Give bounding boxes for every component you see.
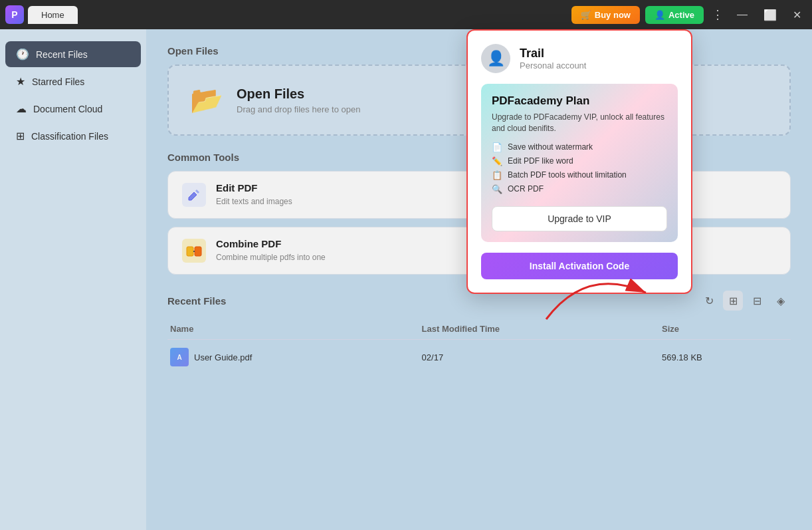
plan-title: PDFacademy Plan — [492, 94, 667, 108]
file-modified: 02/17 — [419, 340, 659, 375]
account-header: 👤 Trail Personal account — [481, 44, 678, 73]
files-table: Name Last Modified Time Size A User Guid… — [167, 319, 791, 374]
home-tab[interactable]: Home — [28, 6, 78, 24]
open-files-text: Open Files Drag and drop files here to o… — [237, 86, 360, 114]
file-size: 569.18 KB — [659, 340, 791, 375]
file-name: User Guide.pdf — [194, 352, 252, 362]
more-options-icon[interactable]: ⋮ — [709, 7, 726, 22]
sidebar-label-recent: Recent Files — [36, 49, 88, 60]
sidebar-item-document-cloud[interactable]: ☁ Document Cloud — [5, 96, 141, 122]
maximize-button[interactable]: ⬜ — [758, 6, 782, 24]
combine-pdf-title: Combine PDF — [216, 238, 326, 249]
svg-rect-6 — [195, 247, 201, 256]
clock-icon: 🕐 — [16, 48, 29, 61]
install-activation-button[interactable]: Install Activation Code — [481, 253, 678, 279]
close-button[interactable]: ✕ — [787, 6, 807, 24]
refresh-button[interactable]: ↻ — [699, 291, 719, 311]
user-name: Trail — [520, 47, 586, 61]
person-icon: 👤 — [655, 10, 665, 20]
active-button[interactable]: 👤 Active — [645, 6, 704, 24]
upgrade-vip-button[interactable]: Upgrade to VIP — [492, 206, 667, 231]
plan-card: PDFacademy Plan Upgrade to PDFacademy VI… — [481, 84, 678, 242]
avatar: 👤 — [481, 44, 510, 73]
app-icon: P — [5, 5, 24, 24]
svg-rect-5 — [187, 247, 193, 256]
titlebar-right: 🛒 Buy now 👤 Active ⋮ — ⬜ ✕ — [571, 6, 807, 24]
tool-card-edit-pdf[interactable]: Edit PDF Edit texts and images — [167, 171, 475, 219]
cloud-icon: ☁ — [16, 102, 27, 115]
edit-pdf-icon — [181, 182, 207, 207]
plan-desc: Upgrade to PDFacademy VIP, unlock all fe… — [492, 112, 667, 134]
open-files-desc: Drag and drop files here to open — [237, 104, 360, 114]
ocr-icon: 🔍 — [492, 184, 502, 194]
account-popup: 👤 Trail Personal account PDFacademy Plan… — [466, 29, 692, 294]
sidebar-label-starred: Starred Files — [32, 76, 84, 87]
star-icon: ★ — [16, 75, 25, 88]
view-controls: ↻ ⊞ ⊟ ◈ — [699, 291, 791, 311]
sidebar-label-cloud: Document Cloud — [33, 104, 102, 114]
feature-3: 📋 Batch PDF tools without limitation — [492, 170, 667, 180]
sidebar-label-classification: Classification Files — [31, 131, 108, 142]
edit-pdf-title: Edit PDF — [216, 182, 292, 194]
col-size: Size — [659, 319, 791, 340]
filter-button[interactable]: ◈ — [771, 291, 791, 311]
cart-icon: 🛒 — [581, 10, 591, 20]
files-table-body: A User Guide.pdf 02/17 569.18 KB — [167, 340, 791, 375]
grid-view-button[interactable]: ⊟ — [747, 291, 767, 311]
buy-now-button[interactable]: 🛒 Buy now — [571, 6, 640, 24]
feature-4: 🔍 OCR PDF — [492, 184, 667, 194]
sidebar-item-classification-files[interactable]: ⊞ Classification Files — [5, 123, 141, 149]
watermark-icon: 📄 — [492, 142, 502, 152]
grid-icon: ⊞ — [16, 130, 25, 142]
recent-files-title: Recent Files — [167, 295, 699, 307]
batch-icon: 📋 — [492, 170, 502, 180]
file-name-cell: A User Guide.pdf — [167, 340, 419, 375]
open-files-title: Open Files — [237, 86, 360, 102]
edit-pdf-info: Edit PDF Edit texts and images — [216, 182, 292, 207]
pdf-file-icon: A — [170, 348, 189, 366]
account-type: Personal account — [520, 61, 586, 70]
folder-icon: 📂 — [190, 84, 223, 116]
feature-1: 📄 Save without watermark — [492, 142, 667, 152]
edit-pdf-desc: Edit texts and images — [216, 196, 292, 207]
sidebar: 🕐 Recent Files ★ Starred Files ☁ Documen… — [0, 29, 146, 530]
combine-pdf-info: Combine PDF Combine multiple pdfs into o… — [216, 238, 326, 263]
feature-1-label: Save without watermark — [508, 142, 593, 152]
list-view-button[interactable]: ⊞ — [723, 291, 743, 311]
sidebar-item-recent-files[interactable]: 🕐 Recent Files — [5, 41, 141, 67]
tool-card-combine-pdf[interactable]: Combine PDF Combine multiple pdfs into o… — [167, 227, 475, 275]
account-info: Trail Personal account — [520, 47, 586, 70]
feature-4-label: OCR PDF — [508, 184, 544, 194]
files-table-header: Name Last Modified Time Size — [167, 319, 791, 340]
edit-icon: ✏️ — [492, 156, 502, 166]
sidebar-item-starred-files[interactable]: ★ Starred Files — [5, 68, 141, 94]
combine-pdf-desc: Combine multiple pdfs into one — [216, 252, 326, 263]
feature-2: ✏️ Edit PDF like word — [492, 156, 667, 166]
col-modified: Last Modified Time — [419, 319, 659, 340]
feature-2-label: Edit PDF like word — [508, 156, 573, 166]
table-row[interactable]: A User Guide.pdf 02/17 569.18 KB — [167, 340, 791, 375]
col-name: Name — [167, 319, 419, 340]
combine-pdf-icon — [181, 238, 207, 263]
minimize-button[interactable]: — — [732, 6, 753, 23]
feature-3-label: Batch PDF tools without limitation — [508, 170, 627, 180]
titlebar: P Home 🛒 Buy now 👤 Active ⋮ — ⬜ ✕ — [0, 0, 812, 29]
